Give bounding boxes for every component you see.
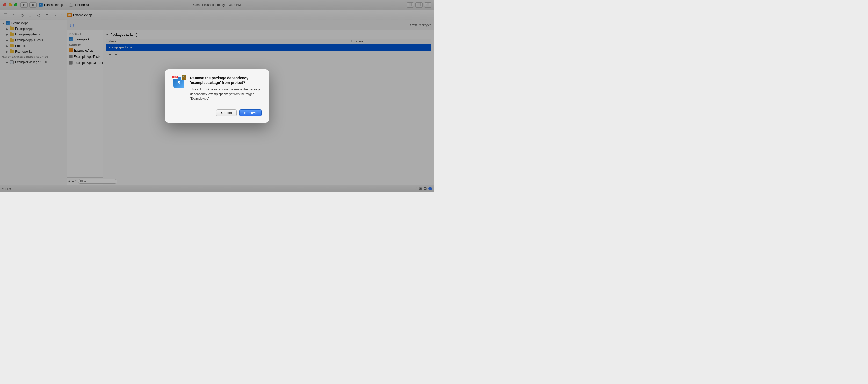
modal-buttons: Cancel Remove — [173, 109, 261, 116]
modal-header: X 🔨 NEW Remove the package dependency 'e… — [173, 76, 261, 101]
modal-body: This action will also remove the use of … — [190, 87, 261, 101]
cancel-button[interactable]: Cancel — [216, 109, 237, 116]
modal-title: Remove the package dependency 'examplepa… — [190, 76, 261, 85]
modal-dialog: X 🔨 NEW Remove the package dependency 'e… — [165, 69, 269, 123]
modal-overlay: X 🔨 NEW Remove the package dependency 'e… — [0, 0, 434, 192]
modal-title-area: Remove the package dependency 'examplepa… — [190, 76, 261, 101]
modal-icon-area: X 🔨 NEW — [173, 76, 186, 89]
remove-button[interactable]: Remove — [239, 109, 261, 116]
